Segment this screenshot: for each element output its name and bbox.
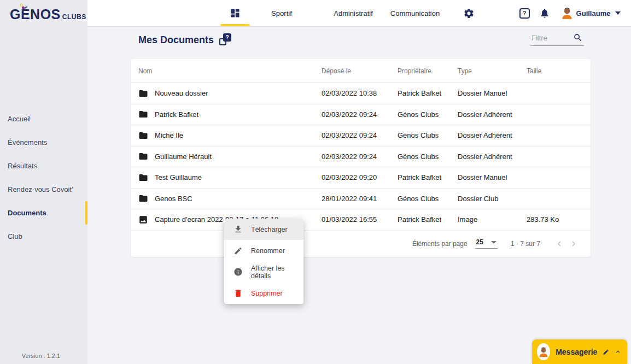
table-row[interactable]: Nouveau dossier 02/03/2022 10:38 Patrick… [131,83,591,104]
table-pagination: Éléments par page 25 1 - 7 sur 7 [131,231,591,257]
folder-icon [138,151,148,161]
logo-subtitle: CLUBS [62,13,86,21]
sidebar: GÉNOSCLUBS Accueil Événements Résultats … [0,0,87,364]
cell-name: Guillaume Hérault [138,151,322,161]
context-menu: Télécharger Renommer Afficher les détail… [224,219,303,304]
previous-page-button[interactable] [552,237,566,251]
cell-date: 02/03/2022 09:24 [322,152,398,161]
cell-date: 02/03/2022 09:20 [322,173,398,181]
sidebar-item[interactable]: Rendez-vous Covoit' [0,178,87,201]
page-range-label: 1 - 7 sur 7 [511,240,540,248]
topbar: Sportif Administratif Communication ? Gu… [87,0,631,26]
menu-item-rename[interactable]: Renommer [224,240,303,261]
cell-owner: Génos Clubs [398,110,458,119]
help-icon: ? [223,33,231,42]
items-per-page-select[interactable]: 25 [475,238,498,249]
items-per-page-label: Éléments par page [412,240,468,248]
folder-icon [138,193,148,203]
help-button[interactable]: ? [517,0,531,26]
column-header: Déposé le [322,67,398,75]
compose-icon[interactable] [603,348,609,356]
cell-type: Dossier Manuel [458,173,527,181]
column-header: Taille [527,67,591,75]
logo-title: GÉNOS [10,7,61,22]
chevron-right-icon [569,239,579,249]
menu-item-label: Afficher les détails [251,265,303,280]
cell-owner: Patrick Bafket [398,89,458,97]
bell-icon [539,8,550,19]
table-body: Nouveau dossier 02/03/2022 10:38 Patrick… [131,83,591,231]
image-icon [138,215,148,225]
user-menu-toggle[interactable] [614,0,622,26]
folder-icon [138,109,148,119]
column-header: Nom [138,67,322,75]
table-row[interactable]: Guillaume Hérault 02/03/2022 09:24 Génos… [131,146,591,168]
sidebar-item[interactable]: Accueil [0,107,87,131]
table-row[interactable]: Miche Ile 02/03/2022 09:24 Génos Clubs D… [131,125,591,146]
chevron-left-icon [554,239,564,249]
dashboard-icon [230,8,241,19]
search-icon[interactable] [573,33,583,43]
info-icon [233,267,243,277]
tab-sportif[interactable]: Sportif [264,0,300,26]
app-logo[interactable]: GÉNOSCLUBS [10,7,86,22]
help-icon: ? [519,8,530,19]
chevron-up-icon[interactable] [615,348,621,355]
user-avatar[interactable] [559,0,575,26]
cell-date: 02/03/2022 09:24 [322,131,398,139]
cell-name: Nouveau dossier [138,89,322,98]
next-page-button[interactable] [566,237,581,251]
cell-type: Dossier Club [458,195,527,203]
sidebar-item[interactable]: Résultats [0,154,87,178]
folder-icon [138,173,148,183]
menu-item-download[interactable]: Télécharger [224,219,303,240]
documents-table: Nom Déposé le Propriétaire Type Taille [131,59,591,257]
settings-button[interactable] [460,0,477,26]
sidebar-nav: Accueil Événements Résultats Rendez-vous… [0,107,87,248]
notifications-button[interactable] [537,0,552,26]
document-name: Nouveau dossier [155,89,208,97]
download-icon [233,225,243,234]
cell-type: Dossier Adhérent [458,152,527,161]
cell-type: Dossier Adhérent [458,110,527,119]
sidebar-item-label: Accueil [8,115,31,123]
user-menu[interactable]: Guillaume [576,0,610,26]
title-help-button[interactable]: ? [219,33,231,45]
table-row[interactable]: Test Guillaume 02/03/2022 09:20 Patrick … [131,167,591,189]
sidebar-item-label: Événements [8,138,47,146]
column-header: Propriétaire [398,67,458,75]
filter-box [530,31,584,46]
cell-type: Dossier Manuel [458,89,527,97]
menu-item-delete[interactable]: Supprimer [224,283,303,304]
cell-date: 28/01/2022 09:41 [322,195,398,203]
messenger-bar[interactable]: Messagerie [532,339,627,364]
caret-down-icon [491,241,496,244]
document-name: Patrick Bafket [155,110,198,119]
menu-item-label: Supprimer [251,290,283,297]
cell-name: Genos BSC [138,193,322,203]
sidebar-item-label: Documents [8,209,46,217]
tab-dashboard[interactable] [220,0,250,26]
main-content: Mes Documents ? Nom Déposé le Propriétai… [87,26,631,364]
tab-communication[interactable]: Communication [385,0,445,26]
sidebar-item[interactable]: Documents [0,201,87,225]
menu-item-details[interactable]: Afficher les détails [224,261,303,283]
table-row[interactable]: Genos BSC 28/01/2022 09:41 Génos Clubs D… [131,189,591,210]
sidebar-item[interactable]: Club [0,225,87,248]
pencil-icon [233,246,243,255]
avatar-icon [560,6,574,20]
sidebar-item-label: Résultats [8,162,37,170]
sidebar-item[interactable]: Événements [0,131,87,154]
cell-date: 02/03/2022 10:38 [322,89,398,97]
folder-icon [138,89,148,98]
cell-size: 283.73 Ko [527,215,591,224]
cell-name: Patrick Bafket [138,109,322,119]
cell-owner: Génos Clubs [398,152,458,161]
table-row[interactable]: Patrick Bafket 02/03/2022 09:24 Génos Cl… [131,104,591,126]
folder-icon [138,131,148,140]
gear-icon [463,8,475,19]
sidebar-item-label: Rendez-vous Covoit' [8,185,73,193]
table-row[interactable]: Capture d'ecran 2022-02-17 a 11.06.18 01… [131,209,591,231]
tab-administratif[interactable]: Administratif [331,0,375,26]
version-label: Version : 1.2.1 [0,353,82,359]
